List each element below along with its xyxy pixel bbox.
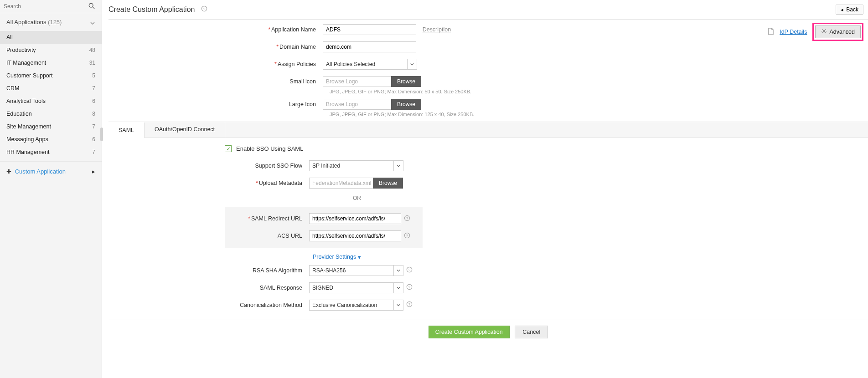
svg-text:?: ? [408, 268, 411, 272]
provider-settings-toggle[interactable]: Provider Settings ▾ [313, 254, 361, 261]
page-title-wrap: Create Custom Application ? [108, 5, 207, 14]
assign-policies-label: *Assign Policies [108, 61, 323, 67]
rsa-algorithm-select[interactable]: RSA-SHA256 [309, 265, 393, 276]
idp-details-link[interactable]: IdP Details [780, 29, 807, 35]
domain-name-label: *Domain Name [108, 44, 323, 50]
sidebar: All Applications (125) All Productivity4… [0, 0, 102, 378]
caret-down-icon: ▾ [358, 254, 361, 261]
sidebar-item-messaging-apps[interactable]: Messaging Apps6 [0, 133, 102, 146]
svg-text:?: ? [408, 285, 411, 289]
large-icon-hint: JPG, JPEG, GIF or PNG; Max Dimension: 12… [330, 112, 868, 117]
help-icon[interactable]: ? [404, 232, 410, 240]
sidebar-item-analytical-tools[interactable]: Analytical Tools6 [0, 95, 102, 107]
sidebar-item-hr-management[interactable]: HR Management7 [0, 146, 102, 158]
all-applications-toggle[interactable]: All Applications (125) [0, 13, 102, 31]
or-divider: OR [108, 195, 407, 204]
assign-policies-caret[interactable] [407, 59, 417, 70]
bottom-actions: Create Custom Application Cancel [108, 320, 868, 344]
upload-metadata-label: *Upload Metadata [108, 180, 309, 186]
large-icon-input[interactable]: Browse Logo [323, 99, 391, 110]
search-wrap [0, 0, 102, 13]
enable-sso-label: Enable SSO Using SAML [236, 145, 303, 152]
assign-policies-select[interactable]: All Policies Selected [323, 59, 407, 70]
svg-point-0 [89, 3, 93, 7]
tab-saml[interactable]: SAML [108, 122, 145, 138]
canonicalization-label: Canonicalization Method [108, 302, 309, 308]
saml-redirect-input[interactable] [309, 213, 401, 224]
support-flow-label: Support SSO Flow [108, 163, 309, 169]
help-icon[interactable]: ? [201, 5, 207, 14]
sidebar-item-all[interactable]: All [0, 31, 102, 44]
saml-redirect-label: *SAML Redirect URL [108, 215, 309, 222]
large-icon-label: Large Icon [108, 101, 323, 107]
chevron-down-icon [90, 20, 95, 27]
gear-icon [821, 28, 827, 36]
url-block: *SAML Redirect URL ? ACS URL ? [225, 207, 423, 248]
upload-metadata-input[interactable]: FederationMetadata.xml [309, 178, 373, 189]
svg-point-4 [823, 31, 825, 32]
application-name-input[interactable] [323, 24, 416, 35]
category-list: All Productivity48 IT Management31 Custo… [0, 31, 102, 158]
sidebar-item-education[interactable]: Education8 [0, 107, 102, 120]
small-icon-hint: JPG, JPEG, GIF or PNG; Max Dimension: 50… [330, 89, 868, 94]
description-link[interactable]: Description [423, 26, 451, 33]
caret-right-icon: ▸ [92, 168, 95, 175]
acs-url-label: ACS URL [108, 233, 309, 239]
page-title: Create Custom Application [108, 5, 195, 14]
search-input[interactable] [0, 0, 80, 13]
create-button[interactable]: Create Custom Application [429, 326, 510, 338]
small-icon-input[interactable]: Browse Logo [323, 76, 391, 87]
sidebar-item-crm[interactable]: CRM7 [0, 82, 102, 95]
sidebar-item-it-management[interactable]: IT Management31 [0, 56, 102, 69]
caret-left-icon: ◂ [841, 7, 843, 12]
plus-icon: ✚ [6, 168, 11, 175]
all-applications-count: (125) [48, 19, 62, 26]
help-icon[interactable]: ? [406, 266, 413, 274]
form-area: *Application Name Description *Domain Na… [108, 20, 868, 344]
cancel-button[interactable]: Cancel [515, 326, 548, 338]
top-actions: IdP Details Advanced [768, 23, 863, 41]
sidebar-item-productivity[interactable]: Productivity48 [0, 44, 102, 56]
search-icon[interactable] [88, 3, 95, 10]
svg-text:?: ? [203, 7, 206, 11]
rsa-algorithm-label: RSA SHA Algorithm [108, 267, 309, 274]
advanced-highlight: Advanced [812, 23, 863, 41]
rsa-algorithm-caret[interactable] [393, 265, 403, 276]
small-icon-browse-button[interactable]: Browse [391, 76, 421, 87]
svg-text:?: ? [406, 233, 408, 237]
support-flow-select[interactable]: SP Initiated [309, 160, 393, 171]
small-icon-label: Small icon [108, 78, 323, 85]
main-header: Create Custom Application ? ◂ Back [108, 0, 868, 20]
help-icon[interactable]: ? [406, 284, 413, 291]
saml-response-select[interactable]: SIGNED [309, 282, 393, 293]
canonicalization-caret[interactable] [393, 300, 403, 311]
tab-oauth[interactable]: OAuth/OpenID Connect [145, 122, 225, 138]
svg-text:?: ? [406, 216, 408, 220]
advanced-button[interactable]: Advanced [815, 26, 861, 38]
back-button[interactable]: ◂ Back [836, 5, 863, 15]
custom-application-link[interactable]: ✚ Custom Application ▸ [0, 161, 102, 181]
document-icon [768, 28, 774, 36]
sidebar-item-site-management[interactable]: Site Management7 [0, 120, 102, 133]
canonicalization-select[interactable]: Exclusive Canonicalization [309, 300, 393, 311]
main-content: Create Custom Application ? ◂ Back IdP D… [102, 0, 868, 378]
support-flow-caret[interactable] [393, 160, 403, 171]
custom-application-label: Custom Application [15, 168, 66, 175]
acs-url-input[interactable] [309, 230, 401, 241]
help-icon[interactable]: ? [406, 301, 413, 309]
enable-sso-checkbox[interactable]: ✓ [225, 145, 232, 152]
all-applications-label: All Applications [6, 19, 46, 26]
large-icon-browse-button[interactable]: Browse [391, 99, 421, 110]
application-name-label: *Application Name [108, 26, 323, 33]
tab-strip: SAML OAuth/OpenID Connect [108, 122, 868, 138]
svg-text:?: ? [408, 302, 411, 306]
saml-response-label: SAML Response [108, 285, 309, 291]
saml-panel: ✓ Enable SSO Using SAML Support SSO Flow… [108, 138, 868, 311]
upload-metadata-browse-button[interactable]: Browse [373, 178, 403, 189]
sidebar-item-customer-support[interactable]: Customer Support5 [0, 69, 102, 82]
help-icon[interactable]: ? [404, 215, 410, 223]
saml-response-caret[interactable] [393, 282, 403, 293]
svg-line-1 [93, 7, 94, 9]
domain-name-input[interactable] [323, 41, 416, 52]
